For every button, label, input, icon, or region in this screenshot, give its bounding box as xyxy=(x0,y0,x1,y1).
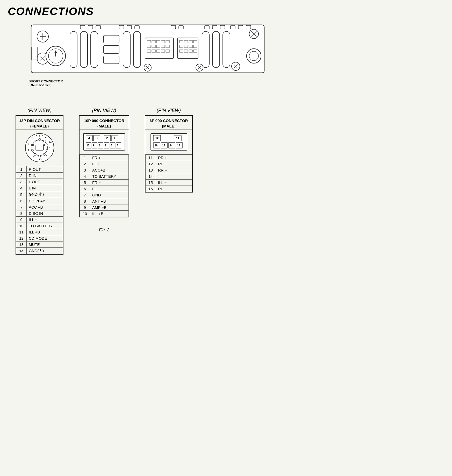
svg-rect-44 xyxy=(193,45,197,48)
connector-table-10p: 10P 090 CONNECTOR (MALE) 4 3 2 1 xyxy=(79,115,129,217)
table-row: 6CD PLAY xyxy=(16,198,63,204)
table-row: 4TO BATTERY xyxy=(80,173,129,180)
table-row: 1R OUT xyxy=(16,166,63,173)
connector-diagram-13p: 2 1 14 6 5 13 10 9 8 7 3 4 12 11 xyxy=(16,130,63,166)
svg-rect-23 xyxy=(156,40,160,43)
svg-rect-37 xyxy=(180,40,183,43)
svg-rect-48 xyxy=(193,50,197,52)
svg-rect-10 xyxy=(55,53,56,56)
svg-point-85 xyxy=(46,144,48,146)
svg-text:1: 1 xyxy=(114,136,116,140)
table-row: 5FR − xyxy=(80,180,129,186)
svg-text:7: 7 xyxy=(31,137,33,140)
svg-rect-13 xyxy=(80,31,88,68)
svg-text:6: 6 xyxy=(49,146,50,149)
svg-rect-49 xyxy=(202,31,209,68)
svg-rect-41 xyxy=(180,45,183,48)
svg-point-56 xyxy=(249,51,259,61)
svg-text:7: 7 xyxy=(105,144,106,147)
table-row: 13MUTE xyxy=(16,241,63,248)
svg-rect-67 xyxy=(179,25,183,29)
connector-table-6p: 6P 090 CONNECTOR (MALE) 12 11 xyxy=(145,115,193,193)
connector-diagram-6p: 12 11 16 15 14 13 xyxy=(145,130,192,154)
svg-text:11: 11 xyxy=(176,137,179,140)
connector-title-6p: 6P 090 CONNECTOR (MALE) xyxy=(145,116,192,130)
svg-text:13: 13 xyxy=(39,158,41,161)
pin-view-label-13p: (PIN VIEW) xyxy=(27,108,52,113)
table-row: 16RL − xyxy=(146,186,192,192)
connector-title-13p: 13P DIN CONNECTOR (FEMALE) xyxy=(16,116,63,130)
fig-label: Fig. 2 xyxy=(99,228,109,232)
svg-rect-25 xyxy=(166,40,169,43)
svg-rect-15 xyxy=(104,35,119,43)
table-row: 14— xyxy=(146,173,192,180)
pin-table-13p: 1R OUT 2R IN 3L OUT 4L IN 5GND(小) 6CD PL… xyxy=(16,166,63,254)
svg-rect-27 xyxy=(152,45,155,48)
svg-rect-63 xyxy=(119,25,124,29)
connector-10p-090: (PIN VIEW) 10P 090 CONNECTOR (MALE) 4 3 xyxy=(79,108,129,232)
svg-point-90 xyxy=(31,149,33,151)
svg-text:2: 2 xyxy=(106,136,108,140)
table-row: 11ILL +B xyxy=(16,229,63,235)
svg-rect-29 xyxy=(161,45,165,48)
table-row: 13RR − xyxy=(146,167,192,173)
svg-rect-62 xyxy=(96,25,101,29)
svg-rect-120 xyxy=(110,143,115,148)
svg-text:14: 14 xyxy=(170,144,173,147)
table-row: 15ILL − xyxy=(146,180,192,186)
table-row: 10TO BATTERY xyxy=(16,223,63,229)
table-row: 12RL + xyxy=(146,161,192,167)
svg-text:9: 9 xyxy=(93,144,95,147)
table-row: 9ILL − xyxy=(16,217,63,223)
svg-rect-28 xyxy=(156,45,160,48)
svg-rect-70 xyxy=(220,25,225,29)
svg-rect-118 xyxy=(98,143,103,148)
svg-point-89 xyxy=(34,153,36,155)
svg-point-92 xyxy=(34,140,36,142)
svg-rect-40 xyxy=(193,40,197,43)
svg-text:4: 4 xyxy=(42,134,43,137)
svg-text:11: 11 xyxy=(43,144,45,146)
svg-rect-64 xyxy=(127,25,132,29)
svg-text:5: 5 xyxy=(117,144,118,147)
table-row: 6FL − xyxy=(80,186,129,192)
svg-text:5: 5 xyxy=(46,155,47,158)
svg-rect-35 xyxy=(166,50,169,52)
svg-rect-34 xyxy=(161,50,165,52)
svg-rect-39 xyxy=(189,40,192,43)
svg-rect-16 xyxy=(104,46,119,53)
svg-text:10: 10 xyxy=(31,155,34,158)
svg-rect-18 xyxy=(123,31,130,68)
svg-rect-26 xyxy=(147,45,151,48)
svg-rect-42 xyxy=(184,45,188,48)
svg-rect-11 xyxy=(32,47,37,60)
svg-rect-47 xyxy=(189,50,192,52)
svg-rect-121 xyxy=(116,143,121,148)
svg-text:15: 15 xyxy=(162,144,165,147)
svg-text:10: 10 xyxy=(87,144,90,147)
svg-rect-61 xyxy=(88,25,93,29)
svg-text:9: 9 xyxy=(28,149,29,151)
svg-rect-65 xyxy=(135,25,139,29)
svg-point-84 xyxy=(43,140,45,142)
table-row: 7ACC +B xyxy=(16,204,63,210)
svg-rect-19 xyxy=(133,31,141,68)
table-row: 7GND xyxy=(80,192,129,198)
svg-rect-51 xyxy=(223,31,230,68)
table-row: 8DISC IN xyxy=(16,210,63,217)
svg-text:16: 16 xyxy=(155,144,158,147)
svg-text:12: 12 xyxy=(32,144,34,146)
svg-text:6: 6 xyxy=(111,144,112,147)
svg-rect-50 xyxy=(212,31,220,68)
svg-rect-33 xyxy=(156,50,160,52)
svg-rect-32 xyxy=(152,50,155,52)
pin-view-label-6p: (PIN VIEW) xyxy=(157,108,181,113)
svg-rect-68 xyxy=(205,25,209,29)
svg-rect-21 xyxy=(147,40,151,43)
pin-view-label-10p: (PIN VIEW) xyxy=(92,108,116,113)
svg-text:14: 14 xyxy=(49,141,52,144)
table-row: 10ILL +B xyxy=(80,211,129,217)
svg-point-88 xyxy=(39,155,41,157)
svg-rect-43 xyxy=(189,45,192,48)
svg-rect-73 xyxy=(246,25,251,29)
